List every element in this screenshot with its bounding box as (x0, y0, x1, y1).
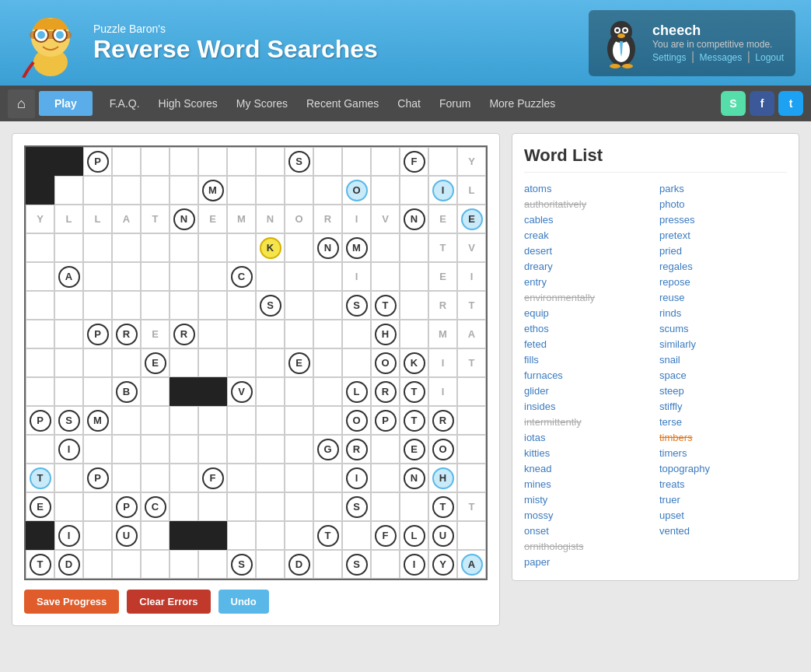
word-item[interactable]: similarly (659, 338, 787, 351)
grid-cell[interactable] (313, 377, 342, 406)
word-item[interactable]: terse (659, 415, 787, 429)
grid-cell[interactable]: T (457, 291, 486, 320)
grid-cell[interactable]: M (227, 205, 256, 233)
grid-cell[interactable]: O (342, 176, 371, 205)
grid-cell[interactable] (227, 464, 256, 492)
grid-cell[interactable] (198, 262, 227, 291)
grid-cell[interactable] (227, 147, 256, 176)
grid-cell[interactable]: U (112, 521, 141, 550)
grid-cell[interactable]: M (83, 406, 112, 435)
word-item[interactable]: pried (659, 244, 787, 257)
grid-cell[interactable] (313, 492, 342, 521)
grid-cell[interactable]: O (285, 205, 313, 233)
grid-cell[interactable] (198, 435, 227, 464)
grid-cell[interactable]: R (170, 320, 198, 348)
grid-cell[interactable] (256, 406, 285, 435)
word-item[interactable]: kitties (524, 446, 652, 460)
grid-cell[interactable]: F (198, 464, 227, 492)
grid-cell[interactable]: T (141, 205, 170, 233)
grid-cell[interactable] (198, 521, 227, 550)
word-item[interactable]: dreary (524, 260, 652, 273)
grid-cell[interactable] (457, 521, 486, 550)
word-item[interactable]: feted (524, 338, 652, 351)
grid-cell[interactable] (54, 176, 83, 205)
grid-cell[interactable] (83, 348, 112, 377)
stumbleupon-button[interactable]: S (721, 91, 746, 116)
grid-cell[interactable] (26, 348, 54, 377)
grid-cell[interactable]: D (285, 550, 313, 579)
grid-cell[interactable] (26, 233, 54, 262)
grid-cell[interactable] (285, 406, 313, 435)
grid-cell[interactable] (457, 406, 486, 435)
grid-cell[interactable]: Y (428, 550, 457, 579)
grid-cell[interactable]: A (112, 205, 141, 233)
grid-cell[interactable]: V (227, 377, 256, 406)
grid-cell[interactable]: N (400, 464, 428, 492)
word-item[interactable]: rinds (659, 306, 787, 320)
grid-cell[interactable]: S (54, 406, 83, 435)
settings-link[interactable]: Settings (652, 52, 686, 63)
grid-cell[interactable] (227, 406, 256, 435)
word-item[interactable]: desert (524, 244, 652, 257)
grid-cell[interactable] (112, 233, 141, 262)
grid-cell[interactable]: I (342, 464, 371, 492)
twitter-button[interactable]: t (778, 91, 803, 116)
nav-faq[interactable]: F.A.Q. (100, 97, 149, 110)
grid-cell[interactable] (54, 233, 83, 262)
grid-cell[interactable] (400, 176, 428, 205)
grid-cell[interactable]: L (400, 521, 428, 550)
grid-cell[interactable] (285, 291, 313, 320)
grid-cell[interactable] (371, 262, 400, 291)
facebook-button[interactable]: f (750, 91, 774, 116)
grid-cell[interactable] (400, 233, 428, 262)
word-item[interactable]: pretext (659, 229, 787, 242)
grid-cell[interactable] (371, 176, 400, 205)
grid-cell[interactable]: R (371, 377, 400, 406)
grid-cell[interactable]: M (342, 233, 371, 262)
grid-cell[interactable]: F (400, 147, 428, 176)
grid-cell[interactable] (141, 550, 170, 579)
grid-cell[interactable]: E (141, 320, 170, 348)
grid-cell[interactable] (83, 377, 112, 406)
grid-cell[interactable]: I (428, 348, 457, 377)
word-item[interactable]: mines (524, 478, 652, 491)
grid-cell[interactable]: L (54, 205, 83, 233)
word-item[interactable]: timers (659, 446, 787, 460)
grid-cell[interactable]: T (313, 521, 342, 550)
grid-cell[interactable]: E (428, 262, 457, 291)
grid-cell[interactable] (256, 435, 285, 464)
grid-cell[interactable] (371, 550, 400, 579)
grid-cell[interactable] (227, 348, 256, 377)
user-links[interactable]: Settings | Messages | Logout (652, 50, 784, 64)
grid-cell[interactable] (112, 176, 141, 205)
grid-cell[interactable] (141, 262, 170, 291)
grid-cell[interactable]: O (342, 406, 371, 435)
grid-cell[interactable] (198, 406, 227, 435)
grid-cell[interactable]: T (457, 492, 486, 521)
word-item[interactable]: furnaces (524, 369, 652, 382)
word-item[interactable]: authoritatively (524, 198, 652, 211)
grid-cell[interactable]: S (342, 492, 371, 521)
grid-cell[interactable]: P (26, 406, 54, 435)
word-item[interactable]: topography (659, 462, 787, 475)
word-item[interactable]: treats (659, 478, 787, 491)
grid-cell[interactable]: V (457, 233, 486, 262)
grid-cell[interactable]: K (256, 233, 285, 262)
grid-cell[interactable] (256, 348, 285, 377)
grid-cell[interactable] (227, 320, 256, 348)
word-item[interactable]: entry (524, 275, 652, 289)
grid-cell[interactable] (371, 435, 400, 464)
grid-cell[interactable]: A (457, 320, 486, 348)
grid-cell[interactable] (26, 320, 54, 348)
word-item[interactable]: creak (524, 229, 652, 242)
grid-cell[interactable] (342, 147, 371, 176)
grid-cell[interactable]: C (227, 262, 256, 291)
play-button[interactable]: Play (39, 91, 93, 116)
grid-cell[interactable]: E (141, 348, 170, 377)
word-item[interactable]: onset (524, 524, 652, 537)
grid-cell[interactable] (83, 550, 112, 579)
grid-cell[interactable]: O (371, 348, 400, 377)
grid-cell[interactable] (170, 147, 198, 176)
grid-cell[interactable] (54, 348, 83, 377)
word-item[interactable]: space (659, 369, 787, 382)
